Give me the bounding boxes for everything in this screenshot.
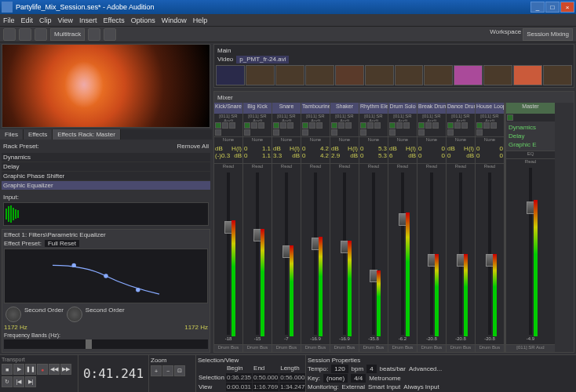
track-insert[interactable]: None xyxy=(243,136,272,144)
tool-button[interactable] xyxy=(3,28,16,41)
advanced-button[interactable]: Advanced... xyxy=(409,365,442,372)
pause-button[interactable]: ❚❚ xyxy=(25,364,36,375)
workspace-dropdown[interactable]: Session Mixing xyxy=(523,28,573,41)
track-output[interactable]: Drum Bus xyxy=(388,344,417,352)
track-insert[interactable]: None xyxy=(330,136,359,144)
arm-button[interactable] xyxy=(490,122,497,129)
track-insert[interactable]: None xyxy=(359,136,388,144)
view-begin[interactable]: 0:00.031 xyxy=(226,383,252,391)
mute-button[interactable] xyxy=(302,122,308,129)
track-fader[interactable] xyxy=(301,171,330,336)
menu-options[interactable]: Options xyxy=(131,16,155,24)
tab-effects[interactable]: Effects xyxy=(24,129,53,140)
tool-button[interactable] xyxy=(88,28,100,41)
track-output[interactable]: Drum Bus xyxy=(417,344,446,352)
track-output[interactable]: Drum Bus xyxy=(330,344,359,352)
track-fader[interactable] xyxy=(214,171,242,336)
fx-button[interactable] xyxy=(447,129,454,136)
skip-back-button[interactable]: |◀ xyxy=(13,376,24,387)
fx-button[interactable] xyxy=(331,129,337,136)
menu-clip[interactable]: Clip xyxy=(39,16,52,24)
track-fader[interactable] xyxy=(417,171,446,336)
track-name[interactable]: Dance Drum xyxy=(447,103,475,114)
track-fader[interactable] xyxy=(243,171,272,336)
menu-insert[interactable]: Insert xyxy=(79,16,97,24)
solo-button[interactable] xyxy=(483,122,490,129)
master-fx-button[interactable] xyxy=(507,114,513,121)
solo-button[interactable] xyxy=(251,122,257,129)
mute-button[interactable] xyxy=(244,122,250,129)
fx-item[interactable]: Graphic Phase Shifter xyxy=(2,172,210,181)
zoom-fit-button[interactable]: ⊡ xyxy=(174,365,185,376)
master-eq[interactable]: EQ xyxy=(506,151,555,158)
automation-mode[interactable]: Read xyxy=(272,163,301,171)
track-output[interactable]: Drum Bus xyxy=(476,344,504,352)
stop-button[interactable]: ■ xyxy=(2,364,13,375)
fx-item[interactable]: Graphic Equalizer xyxy=(2,181,210,191)
master-fx-slot[interactable]: Delay xyxy=(508,132,553,140)
zoom-out-button[interactable]: − xyxy=(162,365,173,376)
fx-button[interactable] xyxy=(476,129,483,136)
track-insert[interactable]: None xyxy=(417,136,446,144)
fx-button[interactable] xyxy=(389,129,396,136)
solo-button[interactable] xyxy=(280,122,286,129)
track-output[interactable]: Drum Bus xyxy=(243,344,272,352)
arm-button[interactable] xyxy=(432,122,439,129)
automation-mode[interactable]: Read xyxy=(214,163,242,171)
play-button[interactable]: ▶ xyxy=(13,364,24,375)
master-fx-slot[interactable]: Dynamics xyxy=(508,123,553,132)
automation-mode[interactable]: Read xyxy=(359,163,388,171)
sel-length[interactable]: 0:56.000 xyxy=(279,373,305,382)
video-thumbnails[interactable] xyxy=(214,64,574,87)
automation-mode[interactable]: Read xyxy=(447,163,475,171)
track-input[interactable]: [011] SR Audi xyxy=(417,114,446,122)
master-automation[interactable]: Read xyxy=(506,158,555,166)
mute-button[interactable] xyxy=(360,122,366,129)
automation-mode[interactable]: Read xyxy=(243,163,272,171)
menu-window[interactable]: Window xyxy=(162,16,187,24)
track-fader[interactable] xyxy=(447,171,475,336)
eq-knob[interactable] xyxy=(5,307,21,322)
fx-item[interactable]: Delay xyxy=(2,162,210,172)
record-button[interactable]: ● xyxy=(37,364,48,375)
track-input[interactable]: [011] SR Audi xyxy=(330,114,359,122)
track-input[interactable]: [011] SR Audi xyxy=(243,114,272,122)
fx-button[interactable] xyxy=(273,129,279,136)
eq-knob[interactable] xyxy=(67,307,82,322)
timesig-dropdown[interactable]: 4/4 xyxy=(351,374,366,383)
track-input[interactable]: [011] SR Audi xyxy=(301,114,330,122)
arm-button[interactable] xyxy=(229,122,235,129)
mute-button[interactable] xyxy=(215,122,221,129)
mon-external-button[interactable]: External xyxy=(342,383,365,390)
beats-input[interactable]: 4 xyxy=(366,365,376,373)
menu-effects[interactable]: Effects xyxy=(103,16,124,24)
zoom-in-button[interactable]: + xyxy=(151,365,162,376)
fx-button[interactable] xyxy=(360,129,366,136)
remove-all-button[interactable]: Remove All xyxy=(177,143,209,150)
fx-button[interactable] xyxy=(418,129,425,136)
arm-button[interactable] xyxy=(287,122,293,129)
arm-button[interactable] xyxy=(374,122,381,129)
key-dropdown[interactable]: (none) xyxy=(323,374,348,383)
track-name[interactable]: Shaker xyxy=(330,103,359,114)
close-button[interactable]: × xyxy=(560,2,574,13)
eq-graph[interactable] xyxy=(4,249,208,303)
mute-button[interactable] xyxy=(273,122,279,129)
track-insert[interactable]: None xyxy=(447,136,475,144)
solo-button[interactable] xyxy=(425,122,432,129)
track-output[interactable]: Drum Bus xyxy=(272,344,301,352)
automation-mode[interactable]: Read xyxy=(330,163,359,171)
solo-button[interactable] xyxy=(396,122,403,129)
cd-icon[interactable] xyxy=(104,28,116,41)
track-input[interactable]: [011] SR Audi xyxy=(214,114,242,122)
order-dropdown[interactable]: Second Order xyxy=(86,307,125,322)
track-fader[interactable] xyxy=(388,171,417,336)
effect-preset-dropdown[interactable]: Full Reset xyxy=(45,240,79,247)
track-name[interactable]: Big Kick xyxy=(243,103,272,114)
track-input[interactable]: [011] SR Audi xyxy=(476,114,504,122)
track-input[interactable]: [011] SR Audi xyxy=(359,114,388,122)
track-name[interactable]: Rhythm Ele xyxy=(359,103,388,114)
freq-slider[interactable] xyxy=(4,339,208,349)
arm-button[interactable] xyxy=(403,122,410,129)
solo-button[interactable] xyxy=(454,122,461,129)
